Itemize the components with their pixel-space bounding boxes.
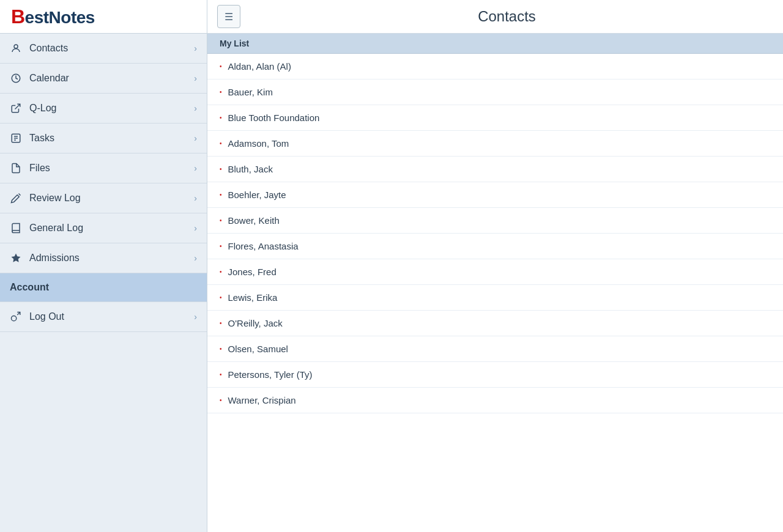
page-title: Contacts <box>240 8 773 25</box>
logo-b: B <box>11 6 25 28</box>
calendar-icon <box>10 72 22 84</box>
contact-bullet: • <box>220 320 222 327</box>
list-header: My List <box>207 34 783 54</box>
chevron-icon-calendar: › <box>194 73 197 83</box>
contact-bullet: • <box>220 140 222 147</box>
sidebar-item-label-reviewlog: Review Log <box>29 193 81 204</box>
sidebar-item-calendar[interactable]: Calendar› <box>0 64 207 94</box>
contact-name: Boehler, Jayte <box>228 190 286 200</box>
sidebar-item-label-qlog: Q-Log <box>29 103 56 114</box>
chevron-icon-tasks: › <box>194 133 197 143</box>
contact-name: Bauer, Kim <box>228 87 273 97</box>
contact-bullet: • <box>220 294 222 301</box>
chevron-icon-logout: › <box>194 312 197 322</box>
contact-item[interactable]: •Aldan, Alan (Al) <box>207 54 783 79</box>
chevron-icon-generallog: › <box>194 223 197 233</box>
main-content: ☰ Contacts My List •Aldan, Alan (Al)•Bau… <box>207 0 783 532</box>
contact-item[interactable]: •Warner, Crispian <box>207 388 783 413</box>
contact-item[interactable]: •Bauer, Kim <box>207 79 783 105</box>
contact-item[interactable]: •Bluth, Jack <box>207 157 783 182</box>
contact-item[interactable]: •Blue Tooth Foundation <box>207 105 783 131</box>
sidebar-item-tasks[interactable]: Tasks› <box>0 124 207 153</box>
sidebar-item-label-contacts: Contacts <box>29 43 68 54</box>
contact-item[interactable]: •Olsen, Samuel <box>207 336 783 362</box>
logo-rest: estNotes <box>25 8 95 27</box>
chevron-icon-qlog: › <box>194 103 197 113</box>
contact-item[interactable]: •Adamson, Tom <box>207 131 783 157</box>
sidebar-item-account[interactable]: Account <box>0 273 207 302</box>
contact-bullet: • <box>220 63 222 70</box>
contact-item[interactable]: •Flores, Anastasia <box>207 234 783 259</box>
svg-marker-8 <box>12 254 21 262</box>
sidebar-item-label-admissions: Admissions <box>29 253 80 264</box>
contact-name: Petersons, Tyler (Ty) <box>228 369 313 380</box>
files-icon <box>10 162 22 174</box>
sidebar: BestNotes Contacts›Calendar›Q-Log›Tasks›… <box>0 0 207 532</box>
sidebar-item-label-tasks: Tasks <box>29 133 54 144</box>
contact-name: Bower, Keith <box>228 215 280 226</box>
logo: BestNotes <box>11 6 95 28</box>
contact-name: Blue Tooth Foundation <box>228 113 320 123</box>
chevron-icon-contacts: › <box>194 43 197 53</box>
contact-item[interactable]: •O'Reilly, Jack <box>207 311 783 336</box>
contact-name: Adamson, Tom <box>228 138 289 149</box>
contact-bullet: • <box>220 166 222 172</box>
sidebar-item-label-files: Files <box>29 163 50 174</box>
contact-name: Olsen, Samuel <box>228 344 288 354</box>
contact-bullet: • <box>220 345 222 352</box>
contact-bullet: • <box>220 114 222 121</box>
contact-name: Lewis, Erika <box>228 292 278 303</box>
sidebar-item-label-generallog: General Log <box>29 223 83 234</box>
sidebar-item-qlog[interactable]: Q-Log› <box>0 94 207 124</box>
nav-list: Contacts›Calendar›Q-Log›Tasks›Files›Revi… <box>0 34 207 532</box>
contact-name: Bluth, Jack <box>228 164 273 174</box>
sidebar-item-files[interactable]: Files› <box>0 153 207 183</box>
list-view-button[interactable]: ☰ <box>217 5 240 28</box>
svg-line-2 <box>15 104 20 109</box>
qlog-icon <box>10 102 22 114</box>
contact-bullet: • <box>220 397 222 404</box>
contact-item[interactable]: •Petersons, Tyler (Ty) <box>207 362 783 388</box>
sidebar-item-generallog[interactable]: General Log› <box>0 213 207 243</box>
main-header: ☰ Contacts <box>207 0 783 34</box>
contact-name: Aldan, Alan (Al) <box>228 61 291 72</box>
contact-bullet: • <box>220 268 222 275</box>
logo-area: BestNotes <box>0 0 207 34</box>
chevron-icon-reviewlog: › <box>194 193 197 203</box>
reviewlog-icon <box>10 192 22 204</box>
sidebar-item-logout[interactable]: Log Out› <box>0 302 207 332</box>
contact-bullet: • <box>220 371 222 378</box>
contact-item[interactable]: •Boehler, Jayte <box>207 182 783 208</box>
contacts-list: •Aldan, Alan (Al)•Bauer, Kim•Blue Tooth … <box>207 54 783 532</box>
sidebar-item-label-account: Account <box>10 282 49 293</box>
logout-icon <box>10 311 22 323</box>
contact-name: Flores, Anastasia <box>228 241 299 251</box>
svg-point-9 <box>12 316 17 321</box>
svg-point-0 <box>14 45 18 48</box>
contact-item[interactable]: •Jones, Fred <box>207 259 783 285</box>
contact-bullet: • <box>220 217 222 224</box>
list-icon: ☰ <box>225 11 233 23</box>
contact-bullet: • <box>220 243 222 249</box>
chevron-icon-files: › <box>194 163 197 173</box>
admissions-icon <box>10 252 22 264</box>
contact-name: Warner, Crispian <box>228 395 296 405</box>
contact-item[interactable]: •Bower, Keith <box>207 208 783 234</box>
contact-item[interactable]: •Lewis, Erika <box>207 285 783 311</box>
contact-name: O'Reilly, Jack <box>228 318 283 328</box>
contact-bullet: • <box>220 191 222 198</box>
tasks-icon <box>10 132 22 144</box>
generallog-icon <box>10 222 22 234</box>
sidebar-item-contacts[interactable]: Contacts› <box>0 34 207 64</box>
sidebar-item-admissions[interactable]: Admissions› <box>0 243 207 273</box>
svg-line-7 <box>19 194 21 196</box>
contacts-icon <box>10 42 22 54</box>
sidebar-item-reviewlog[interactable]: Review Log› <box>0 183 207 213</box>
contact-name: Jones, Fred <box>228 267 276 277</box>
sidebar-item-label-calendar: Calendar <box>29 73 69 84</box>
sidebar-item-label-logout: Log Out <box>29 311 64 322</box>
contact-bullet: • <box>220 89 222 95</box>
chevron-icon-admissions: › <box>194 253 197 263</box>
